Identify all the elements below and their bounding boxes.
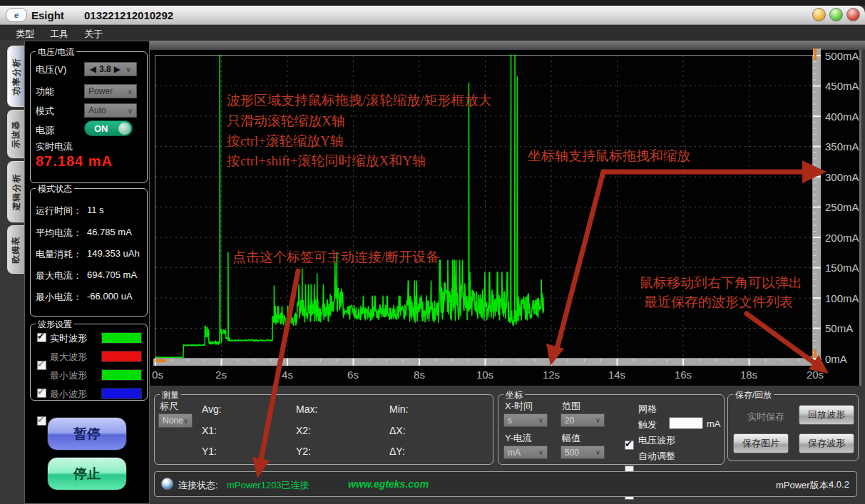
power-toggle-state: ON [94,123,108,134]
min-current-value: -66.000 uA [87,291,133,302]
annotation-zoom-help-2: 只滑动滚轮缩放X轴 [227,112,345,130]
min-wave-label: 最小波形 [50,369,87,382]
tab-oscilloscope[interactable]: 示波器 [7,110,24,158]
amplitude-select[interactable]: 500 ∨ [561,446,605,459]
y-tick-label: 100mA [825,292,859,304]
x1-field-label: X1: [202,425,217,436]
y-tick-label: 350mA [825,140,859,153]
menu-type[interactable]: 类型 [16,28,34,41]
save-image-button[interactable]: 保存图片 [733,433,789,453]
chevron-down-icon: ∨ [128,88,133,96]
max-current-label: 最大电流： [36,269,82,282]
annotation-zoom-help-4: 按ctrl+shift+滚轮同时缩放X和Y轴 [227,152,426,170]
minimize-button[interactable] [812,8,826,21]
voltage-wave-label: 电压波形 [638,434,675,447]
toggle-knob [118,123,130,135]
chevron-down-icon: ∨ [128,107,133,115]
version-label: mPower版本: [776,479,831,492]
max-current-value: 694.705 mA [87,269,137,280]
x-axis-bar[interactable] [153,359,822,366]
y-unit-select[interactable]: mA ∨ [503,446,548,459]
y-axis-bar[interactable] [813,48,821,366]
y-tick-label: 0mA [825,353,847,365]
esight-app-window: e Esight 013221212010292 类型 工具 关于 功率分析 示… [0,0,865,504]
power-toggle[interactable]: ON [84,120,133,136]
website-link[interactable]: www.egteks.com [348,478,429,490]
x-tick-label: 20s [797,369,833,381]
stop-button[interactable]: 停止 [47,457,127,490]
trigger-unit-label: mA [707,418,721,429]
realtime-current-label: 实时电流 [36,140,73,153]
window-top-edge [0,0,865,6]
x-tick-label: 6s [335,369,371,381]
x-unit-select[interactable]: s ∨ [503,413,548,427]
y2-field-label: Y2: [296,446,311,457]
min-field-label: Min: [389,403,408,415]
max-wave-label: 最大波形 [50,351,87,364]
function-select[interactable]: Power ∨ [84,84,137,98]
grid-checkbox-label: 网格 [638,403,657,416]
x2-field-label: X2: [296,425,311,436]
annotation-zoom-help-3: 按ctrl+滚轮缩放Y轴 [227,132,344,150]
avg-current-value: 46.785 mA [87,227,132,237]
chevron-down-icon: ∨ [538,448,543,456]
x-tick-label: 10s [467,369,503,381]
chevron-down-icon: ∨ [126,66,131,73]
mode-select[interactable]: Auto ∨ [84,103,137,118]
realtime-save-label: 实时保存 [747,411,784,423]
voltage-increment-icon[interactable]: ▶ [114,64,121,74]
chevron-down-icon: ∨ [183,417,188,425]
replay-wave-button[interactable]: 回放波形 [799,405,854,425]
pause-button[interactable]: 暂停 [47,417,127,451]
menu-bar [0,25,865,41]
min-wave-checkbox[interactable] [37,389,46,398]
x-time-label: X-时间 [505,400,533,413]
connection-status-value[interactable]: mPower1203已连接 [227,479,309,492]
annotation-recent-help-2: 最近保存的波形文件列表 [644,293,793,312]
function-label: 功能 [36,86,54,98]
x-tick-label: 4s [270,369,305,381]
realtime-wave-checkbox[interactable] [37,333,46,342]
chevron-down-icon: ∨ [595,448,600,456]
maximize-button[interactable] [829,8,843,21]
tab-ohmmeter[interactable]: 欧姆表 [7,225,24,274]
voltage-decrement-icon[interactable]: ◀ [90,64,96,74]
realtime-wave-color [101,332,142,344]
mode-label: 模式 [36,105,54,118]
x-tick-label: 14s [599,369,635,381]
min-wave2-checkbox[interactable] [37,416,46,426]
esight-logo-icon: e [6,8,27,22]
menu-about[interactable]: 关于 [84,28,103,41]
x-tick-label: 8s [401,369,437,381]
range-select[interactable]: 20 ∨ [561,413,605,427]
menu-tools[interactable]: 工具 [50,28,68,41]
save-wave-button[interactable]: 保存波形 [799,433,854,453]
x-tick-label: 2s [203,369,239,381]
min-wave2-label: 最小波形 [50,388,87,401]
min-wave-color [101,369,142,381]
realtime-current-value: 87.184 mA [36,153,113,170]
chevron-down-icon: ∨ [595,416,600,424]
x-tick-label: 18s [731,369,767,381]
amplitude-label: 幅值 [562,432,580,445]
avg-current-label: 平均电流： [36,227,82,240]
dy-field-label: ΔY: [389,446,405,457]
voltage-value: 3.8 [99,64,111,74]
tab-logic-analysis[interactable]: 逻辑分析 [7,161,24,222]
y1-field-label: Y1: [202,446,217,457]
trigger-value-input[interactable] [669,417,703,429]
ruler-select[interactable]: None ∨ [158,413,193,428]
wave-settings-group-title: 波形设置 [36,319,74,331]
tab-power-analysis[interactable]: 功率分析 [7,46,24,107]
annotation-zoom-help-1: 波形区域支持鼠标拖拽/滚轮缩放/矩形框放大 [227,91,492,110]
voltage-stepper[interactable]: ◀ 3.8 ▶ ∨ [84,62,137,76]
close-button[interactable] [846,8,860,21]
y-current-label: Y-电流 [505,432,532,445]
annotation-connect-help: 点击这个标签可主动连接/断开设备 [232,248,439,267]
grid-checkbox[interactable] [625,441,634,450]
connection-indicator[interactable] [161,478,173,490]
device-serial: 013221212010292 [84,9,173,21]
annotation-recent-help-1: 鼠标移动到右下角可以弹出 [640,274,802,292]
y-tick-label: 150mA [825,262,859,274]
max-wave-checkbox[interactable] [37,361,46,370]
